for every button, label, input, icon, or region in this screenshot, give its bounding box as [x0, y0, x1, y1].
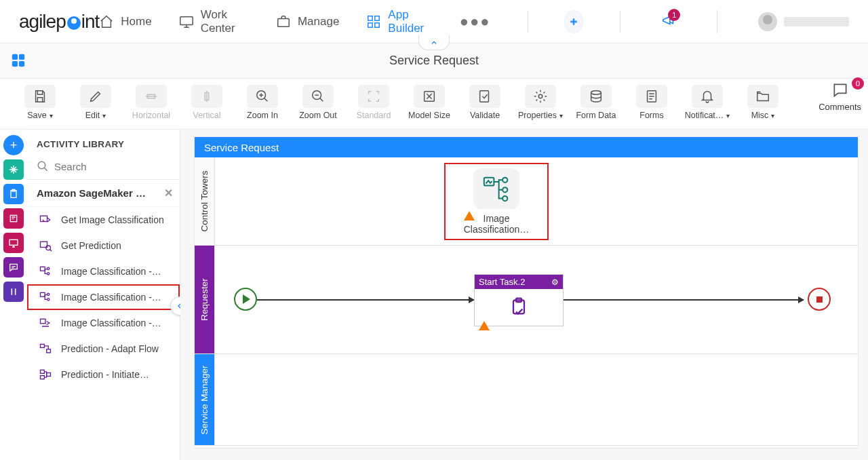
toolbar-edit[interactable]: Edit▾ [72, 81, 119, 123]
chevron-up-icon [430, 39, 438, 47]
library-search-input[interactable] [54, 161, 172, 172]
activity-icon [37, 238, 54, 253]
rail-item-2[interactable] [3, 184, 24, 204]
database-icon [580, 85, 612, 108]
nav-home-label: Home [121, 15, 151, 28]
activity-item-prediction-initiate[interactable]: Prediction - Initiate… [27, 362, 180, 387]
nav-more[interactable]: ●●● [460, 13, 491, 31]
library-search[interactable] [27, 156, 180, 180]
toolbar-zoom-in[interactable]: Zoom In [239, 81, 286, 123]
toolbar-forms[interactable]: Forms [628, 81, 675, 123]
rail-item-3[interactable] [3, 208, 24, 229]
user-menu[interactable] [758, 12, 849, 31]
svg-rect-38 [47, 373, 51, 377]
toolbar-form-data[interactable]: Form Data [572, 81, 620, 123]
toolbar-standard-label: Standard [357, 111, 391, 120]
svg-rect-0 [180, 16, 193, 24]
toolbar-validate[interactable]: Validate [461, 81, 509, 123]
library-group-row[interactable]: Amazon SageMaker … ✕ [27, 180, 180, 207]
gear-icon[interactable]: ⚙ [551, 277, 559, 287]
activity-icon [37, 341, 54, 356]
lane-requester[interactable]: Requester Start Task.2 ⚙ [195, 246, 858, 354]
toolbar-properties[interactable]: Properties▾ [517, 81, 564, 123]
zoom-in-icon [247, 85, 278, 108]
activity-item-get-image-classification[interactable]: Get Image Classification [27, 207, 180, 233]
lane-control-towers[interactable]: Control Towers Image Classific [195, 157, 858, 246]
toolbar-notifications[interactable]: Notificat…▾ [684, 81, 731, 123]
activity-item-label: Image Classification -… [61, 292, 161, 303]
toolbar-vertical: Vertical [183, 81, 231, 123]
activity-item-get-prediction[interactable]: Get Prediction [27, 233, 180, 258]
nav-manage[interactable]: Manage [276, 14, 339, 29]
toolbar-misc[interactable]: Misc▾ [739, 81, 787, 123]
svg-rect-1 [278, 18, 290, 26]
save-icon [24, 85, 56, 108]
bell-icon [692, 85, 723, 108]
end-node[interactable] [808, 288, 831, 311]
pause-icon [8, 286, 19, 297]
activity-item-image-classification-2[interactable]: Image Classification -… [27, 284, 180, 310]
collapse-header-button[interactable] [418, 35, 450, 50]
chevron-down-icon: ▾ [559, 112, 563, 119]
svg-point-28 [47, 267, 50, 269]
activity-library-panel: ACTIVITY LIBRARY Amazon SageMaker … ✕ Ge… [27, 130, 180, 460]
rail-add-button[interactable]: + [3, 135, 24, 155]
apps-grid-button[interactable] [11, 53, 26, 71]
start-node[interactable] [234, 288, 257, 311]
main-area: + ACTIVITY LIBRARY Amazon SageMaker … ✕ … [0, 130, 868, 460]
toolbar-horizontal: Horizontal [127, 81, 175, 123]
rail-item-1[interactable] [3, 159, 24, 180]
chevron-down-icon: ▾ [771, 112, 774, 119]
logo: agilep int [19, 11, 99, 33]
nav-app-builder[interactable]: App Builder [366, 8, 432, 35]
activity-item-image-classification-3[interactable]: Image Classification -… [27, 310, 180, 336]
divider [620, 10, 620, 33]
activity-item-label: Prediction - Adapt Flow [61, 343, 159, 354]
activity-icon [37, 290, 54, 305]
expand-icon [414, 85, 445, 108]
svg-point-32 [47, 299, 50, 301]
chevron-down-icon: ▾ [50, 112, 53, 119]
activity-item-image-classification-1[interactable]: Image Classification -… [27, 258, 180, 284]
note-icon [8, 213, 19, 224]
dropped-activity-node[interactable]: Image Classification… [446, 164, 547, 239]
process-canvas[interactable]: Service Request Control Towers [194, 136, 859, 448]
main-nav: Home Work Center Manage App Builder ●●● [99, 8, 849, 35]
rail-item-4[interactable] [3, 233, 24, 253]
align-vertical-icon [191, 85, 222, 108]
logo-text-b: int [81, 11, 100, 33]
chat-icon [8, 262, 19, 273]
monitor-icon [179, 14, 194, 29]
lane-service-manager[interactable]: Service Manager [195, 354, 858, 446]
svg-point-41 [502, 187, 507, 192]
rail-item-5[interactable] [3, 257, 24, 277]
task-node[interactable]: Start Task.2 ⚙ [474, 274, 564, 326]
notif-badge: 1 [668, 9, 680, 21]
lane-label[interactable]: Requester [195, 246, 215, 353]
clipboard-icon [8, 189, 19, 199]
notifications-button[interactable]: 1 [661, 13, 676, 31]
nav-manage-label: Manage [298, 15, 339, 28]
svg-point-29 [47, 273, 50, 275]
lane-label-text: Control Towers [199, 171, 210, 232]
toolbar-model-size[interactable]: Model Size [406, 81, 453, 123]
close-icon[interactable]: ✕ [164, 187, 173, 199]
svg-rect-2 [368, 16, 372, 20]
activity-item-prediction-adapt[interactable]: Prediction - Adapt Flow [27, 336, 180, 362]
toolbar-save-label: Save [27, 111, 47, 120]
svg-point-42 [502, 196, 507, 201]
warning-icon [464, 199, 475, 212]
toolbar-save[interactable]: Save▾ [16, 81, 64, 123]
nav-work-center[interactable]: Work Center [179, 8, 249, 35]
toolbar-zoom-out[interactable]: Zoom Out [294, 81, 342, 123]
lane-label[interactable]: Control Towers [195, 157, 215, 245]
task-header: Start Task.2 ⚙ [475, 275, 563, 289]
nav-home[interactable]: Home [99, 14, 151, 29]
rail-item-6[interactable] [3, 282, 24, 302]
pinwheel-button[interactable] [564, 10, 583, 33]
toolbar-comments[interactable]: 0 Comments [818, 81, 861, 112]
lane-label[interactable]: Service Manager [195, 354, 215, 445]
folder-icon [747, 85, 778, 108]
svg-point-16 [538, 94, 542, 98]
svg-point-26 [46, 246, 51, 250]
